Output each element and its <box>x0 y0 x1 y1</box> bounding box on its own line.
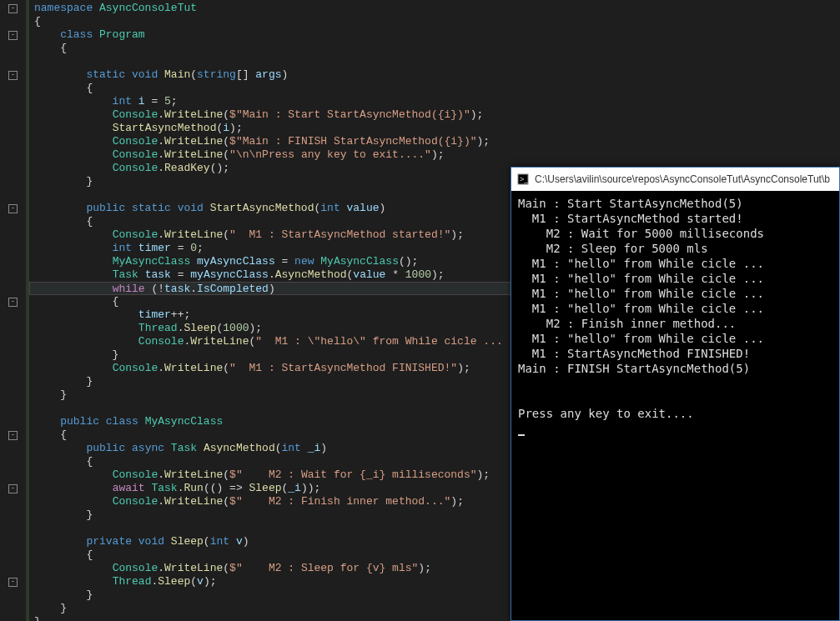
code-token: Task <box>113 268 138 281</box>
fold-toggle-icon[interactable]: - <box>8 4 18 13</box>
code-token: } <box>34 615 41 621</box>
code-line[interactable]: namespace AsyncConsoleTut <box>34 2 840 15</box>
console-line: M1 : "hello" from While cicle ... <box>518 331 832 346</box>
code-token: . <box>158 135 164 148</box>
console-line <box>518 376 832 391</box>
code-token: ); <box>418 562 431 574</box>
code-line[interactable]: Console.WriteLine("\n\nPress any key to … <box>34 148 840 162</box>
code-token: value <box>353 268 385 281</box>
code-token <box>34 575 113 588</box>
code-line[interactable] <box>34 55 840 68</box>
code-token: WriteLine <box>164 108 223 121</box>
gutter-line <box>0 508 26 522</box>
fold-toggle-icon[interactable]: - <box>8 298 18 307</box>
gutter-line: - <box>0 68 26 82</box>
code-token: } <box>34 375 93 388</box>
code-line[interactable]: StartAsyncMethod(i); <box>34 122 840 135</box>
code-token: WriteLine <box>164 362 223 374</box>
code-token: ( <box>190 68 197 81</box>
code-token: Task <box>151 482 177 494</box>
code-token: Console <box>113 108 158 121</box>
console-window[interactable]: >_ C:\Users\avilin\source\repos\AsyncCon… <box>511 167 840 621</box>
code-token: Sleep <box>249 482 281 494</box>
gutter-line <box>0 162 26 175</box>
fold-toggle-icon[interactable]: - <box>8 431 18 440</box>
gutter-line <box>0 82 26 95</box>
code-line[interactable]: Console.WriteLine($"Main : FINISH StartA… <box>34 135 840 148</box>
code-token: task <box>164 283 190 295</box>
gutter-line <box>0 362 26 375</box>
code-token <box>34 148 113 161</box>
code-token: )); <box>301 482 320 494</box>
code-line[interactable]: class Program <box>34 28 840 42</box>
code-token <box>34 108 113 121</box>
code-token: args <box>255 68 281 81</box>
fold-toggle-icon[interactable]: - <box>8 31 18 40</box>
code-token: Thread <box>113 575 152 588</box>
code-token <box>34 562 113 574</box>
code-line[interactable]: int i = 5; <box>34 95 840 108</box>
code-token: . <box>158 495 164 508</box>
code-token: = <box>171 242 190 254</box>
code-token: await <box>113 482 152 494</box>
gutter-line <box>0 108 26 122</box>
gutter-line <box>0 242 26 255</box>
gutter-line <box>0 268 26 282</box>
gutter-line <box>0 388 26 402</box>
code-token: Console <box>113 135 158 148</box>
gutter-line <box>0 228 26 242</box>
code-token: Main <box>164 68 190 81</box>
gutter-line <box>0 615 26 621</box>
code-token: (! <box>151 283 164 295</box>
gutter-line <box>0 175 26 188</box>
fold-toggle-icon[interactable]: - <box>8 484 18 493</box>
code-token: $"Main : FINISH StartAsyncMethod({i})" <box>229 135 476 148</box>
code-token: timer <box>138 242 171 254</box>
code-token: Sleep <box>158 575 190 588</box>
console-line: M1 : "hello" from While cicle ... <box>518 256 832 271</box>
code-token: ( <box>223 468 229 481</box>
code-token: ( <box>223 362 229 374</box>
code-token: Sleep <box>184 322 216 334</box>
code-line[interactable]: { <box>34 15 840 28</box>
code-token: . <box>158 228 164 241</box>
code-token: $"Main : Start StartAsyncMethod({i})" <box>229 108 470 121</box>
code-token: = <box>145 95 164 108</box>
code-token: Run <box>184 482 203 494</box>
gutter-line <box>0 335 26 348</box>
code-token: " M1 : StartAsyncMethod started!" <box>229 228 450 241</box>
code-token: ); <box>229 122 243 134</box>
fold-toggle-icon[interactable]: - <box>8 71 18 80</box>
code-token: IsCompleted <box>197 283 269 295</box>
fold-toggle-icon[interactable]: - <box>8 578 18 587</box>
code-token <box>34 468 113 481</box>
code-token: i <box>138 95 145 108</box>
code-token: i <box>223 122 229 134</box>
code-line[interactable]: static void Main(string[] args) <box>34 68 840 82</box>
code-token: static void <box>34 68 164 81</box>
gutter-line <box>0 188 26 202</box>
code-token: myAsyncClass <box>197 255 275 268</box>
code-token: AsyncMethod <box>204 442 275 454</box>
code-line[interactable]: { <box>34 82 840 95</box>
code-line[interactable]: { <box>34 42 840 55</box>
code-token: . <box>158 108 164 121</box>
code-token: { <box>34 548 93 561</box>
code-token: . <box>158 562 164 574</box>
code-token: 1000 <box>223 322 249 334</box>
code-token: = <box>275 255 294 268</box>
code-line[interactable]: Console.WriteLine($"Main : Start StartAs… <box>34 108 840 122</box>
code-token: v <box>197 575 204 588</box>
code-token: new <box>294 255 320 268</box>
fold-toggle-icon[interactable]: - <box>8 204 18 213</box>
console-titlebar[interactable]: >_ C:\Users\avilin\source\repos\AsyncCon… <box>511 168 839 191</box>
gutter-line <box>0 548 26 562</box>
code-token: ) <box>269 283 275 295</box>
code-token: ( <box>223 495 229 508</box>
code-token <box>34 228 113 241</box>
code-token <box>34 495 113 508</box>
code-token <box>34 268 113 281</box>
code-token: ); <box>477 468 490 481</box>
console-line: Main : FINISH StartAsyncMethod(5) <box>518 361 832 376</box>
code-token: Thread <box>138 322 178 334</box>
